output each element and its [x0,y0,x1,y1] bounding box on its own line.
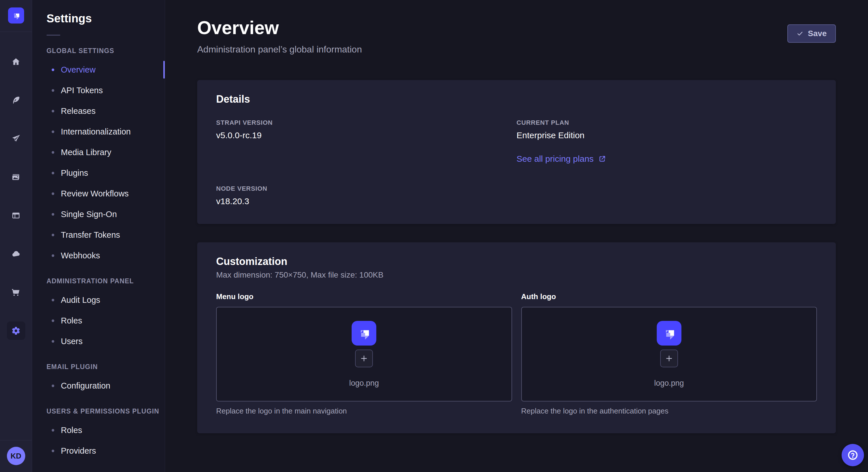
settings-subnav: Settings GLOBAL SETTINGSOverviewAPI Toke… [32,0,165,472]
subnav-item-label: Review Workflows [61,189,129,198]
subnav-item-label: Media Library [61,148,112,157]
menu-logo-group: Menu logo [216,292,512,415]
subnav-title: Settings [32,0,165,25]
bullet-icon [52,319,54,322]
question-mark-icon [847,449,859,461]
bullet-icon [52,193,54,195]
subnav-item-providers[interactable]: Providers [32,440,165,461]
customization-card-title: Customization [216,256,817,268]
layout-icon[interactable] [7,206,25,225]
icon-sidebar-items [7,53,25,340]
subnav-item-label: Roles [61,316,82,326]
strapi-version-field: STRAPI VERSION v5.0.0-rc.19 [216,119,517,164]
subnav-item-label: Overview [61,65,96,74]
page-header-text: Overview Administration panel’s global i… [197,18,362,55]
subnav-title-divider [46,35,60,36]
subnav-section: ADMINISTRATION PANELAudit LogsRolesUsers [32,277,165,351]
main-content: Overview Administration panel’s global i… [165,0,868,472]
node-version-field: NODE VERSION v18.20.3 [216,185,517,206]
auth-logo-group: Auth logo [521,292,817,415]
subnav-item-review-workflows[interactable]: Review Workflows [32,183,165,204]
bullet-icon [52,89,54,92]
subnav-item-label: Audit Logs [61,295,100,305]
customization-card: Customization Max dimension: 750×750, Ma… [197,242,836,433]
feather-icon[interactable] [7,91,25,109]
subnav-item-label: Configuration [61,381,111,391]
logo-wrap [0,0,32,32]
subnav-item-label: Users [61,337,83,346]
bullet-icon [52,213,54,216]
subnav-item-audit-logs[interactable]: Audit Logs [32,290,165,310]
iconbar-bottom: KD [0,440,32,472]
subnav-item-releases[interactable]: Releases [32,101,165,121]
subnav-item-webhooks[interactable]: Webhooks [32,245,165,266]
bullet-icon [52,151,54,154]
pricing-plans-link-label: See all pricing plans [517,154,594,164]
strapi-logo[interactable] [8,7,24,24]
menu-logo-dropzone[interactable]: logo.png [216,307,512,401]
strapi-mark-icon [355,324,373,342]
subnav-item-internationalization[interactable]: Internationalization [32,121,165,142]
subnav-item-media-library[interactable]: Media Library [32,142,165,163]
bullet-icon [52,69,54,71]
subnav-item-label: Plugins [61,168,88,178]
external-link-icon [598,155,606,163]
add-menu-logo-button[interactable] [355,349,373,367]
auth-logo-hint: Replace the logo in the authentication p… [521,407,817,415]
help-button[interactable] [842,444,864,466]
subnav-sections: GLOBAL SETTINGSOverviewAPI TokensRelease… [32,47,165,461]
pricing-plans-link[interactable]: See all pricing plans [517,154,607,164]
subnav-item-configuration[interactable]: Configuration [32,375,165,396]
subnav-item-api-tokens[interactable]: API Tokens [32,80,165,101]
bullet-icon [52,429,54,432]
bullet-icon [52,384,54,387]
subnav-item-label: Internationalization [61,127,131,136]
subnav-item-single-sign-on[interactable]: Single Sign-On [32,204,165,225]
images-icon[interactable] [7,168,25,186]
bullet-icon [52,340,54,343]
current-plan-field: CURRENT PLAN Enterprise Edition See all … [517,119,817,164]
field-value: v5.0.0-rc.19 [216,131,517,140]
bullet-icon [52,234,54,236]
plus-icon [665,354,673,363]
subnav-section-header: USERS & PERMISSIONS PLUGIN [32,407,165,415]
strapi-mark-icon [660,324,678,342]
save-button[interactable]: Save [787,24,836,43]
auth-logo-dropzone[interactable]: logo.png [521,307,817,401]
subnav-item-label: Roles [61,426,82,435]
bullet-icon [52,299,54,301]
details-grid: STRAPI VERSION v5.0.0-rc.19 CURRENT PLAN… [216,119,817,206]
bullet-icon [52,450,54,452]
page-header: Overview Administration panel’s global i… [197,18,836,55]
page-subtitle: Administration panel’s global informatio… [197,44,362,55]
subnav-item-overview[interactable]: Overview [32,59,165,80]
subnav-item-plugins[interactable]: Plugins [32,163,165,183]
subnav-section: EMAIL PLUGINConfiguration [32,363,165,396]
strapi-mark-icon [10,10,22,21]
bullet-icon [52,110,54,112]
subnav-section: GLOBAL SETTINGSOverviewAPI TokensRelease… [32,47,165,266]
subnav-item-transfer-tokens[interactable]: Transfer Tokens [32,225,165,245]
check-icon [797,30,803,37]
subnav-item-label: Providers [61,446,96,456]
uploads-grid: Menu logo [216,292,817,415]
home-icon[interactable] [7,53,25,71]
add-auth-logo-button[interactable] [660,349,678,367]
subnav-item-roles[interactable]: Roles [32,420,165,440]
cloud-icon[interactable] [7,245,25,263]
subnav-item-roles[interactable]: Roles [32,310,165,331]
field-value: Enterprise Edition [517,131,817,140]
subnav-item-label: API Tokens [61,86,103,95]
details-card: Details STRAPI VERSION v5.0.0-rc.19 CURR… [197,80,836,224]
avatar[interactable]: KD [7,447,25,465]
subnav-section-header: EMAIL PLUGIN [32,363,165,371]
auth-logo-filename: logo.png [654,379,684,388]
paper-plane-icon[interactable] [7,129,25,148]
subnav-item-label: Single Sign-On [61,210,117,219]
subnav-item-users[interactable]: Users [32,331,165,351]
subnav-section: USERS & PERMISSIONS PLUGINRolesProviders [32,407,165,461]
bullet-icon [52,172,54,174]
cart-icon[interactable] [7,283,25,301]
gear-icon[interactable] [7,322,25,340]
details-card-title: Details [216,93,817,105]
